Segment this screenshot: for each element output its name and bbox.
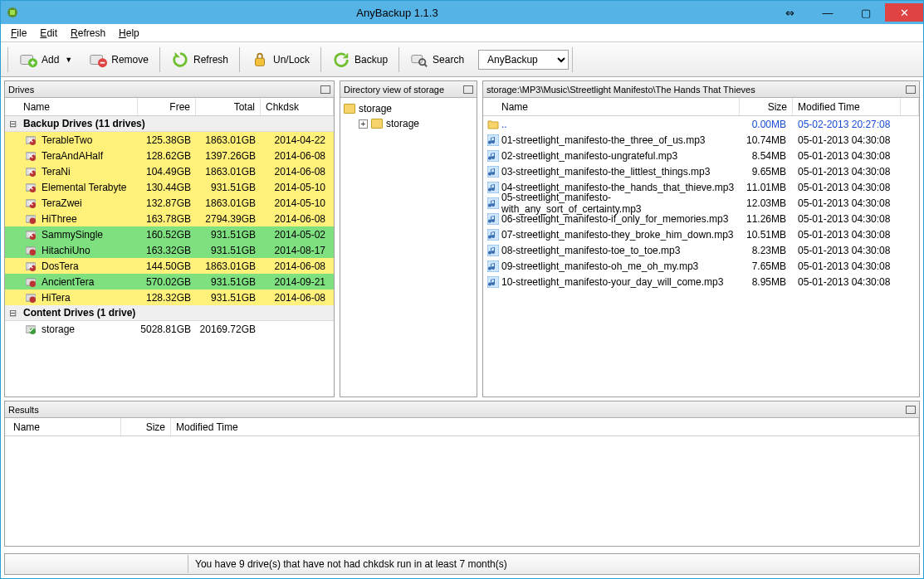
files-title: storage:\MP3\Music\Streetlight Manifesto…: [486, 85, 755, 95]
svg-rect-35: [487, 166, 499, 178]
file-row[interactable]: 09-streetlight_manifesto-oh_me_oh_my.mp3…: [483, 258, 919, 274]
parent-dir-row[interactable]: ..0.00MB05-02-2013 20:27:08: [483, 116, 919, 132]
file-row[interactable]: 02-streetlight_manifesto-ungrateful.mp38…: [483, 148, 919, 163]
drive-icon: [5, 198, 38, 208]
col-name[interactable]: Name: [5, 418, 121, 435]
svg-point-30: [30, 296, 36, 302]
col-chkdsk[interactable]: Chkdsk: [261, 98, 334, 115]
files-header: Name Size Modified Time: [483, 98, 919, 116]
drive-icon: [5, 324, 38, 334]
collapse-icon[interactable]: ⊟: [5, 308, 20, 319]
col-name[interactable]: Name: [483, 98, 740, 115]
drives-body: ⊟Backup Drives (11 drives)TerableTwo125.…: [5, 116, 334, 397]
drive-row[interactable]: HiTera128.32GB931.51GB2014-06-08: [5, 290, 334, 305]
col-size[interactable]: Size: [740, 98, 793, 115]
file-row[interactable]: 03-streetlight_manifesto-the_littlest_th…: [483, 163, 919, 179]
svg-rect-40: [487, 245, 499, 256]
menu-help[interactable]: Help: [114, 26, 144, 41]
drive-icon: [5, 167, 38, 177]
collapse-icon[interactable]: ⊟: [5, 119, 20, 129]
pane-toggle-icon[interactable]: [906, 406, 916, 414]
music-file-icon: [483, 166, 500, 178]
move-icon[interactable]: ⇔: [770, 3, 809, 22]
files-body: ..0.00MB05-02-2013 20:27:0801-streetligh…: [483, 116, 919, 397]
close-button[interactable]: ✕: [885, 3, 923, 22]
drive-row[interactable]: storage5028.81GB20169.72GB: [5, 321, 334, 337]
refresh-button[interactable]: Refresh: [164, 46, 236, 73]
music-file-icon: [483, 245, 500, 256]
maximize-button[interactable]: ▢: [847, 3, 885, 22]
file-row[interactable]: 06-streetlight_manifesto-if_only_for_mem…: [483, 211, 919, 226]
menu-refresh[interactable]: Refresh: [66, 26, 110, 41]
statusbar: You have 9 drive(s) that have not had ch…: [4, 553, 920, 575]
pane-toggle-icon[interactable]: [463, 85, 473, 94]
col-mtime[interactable]: Modified Time: [171, 418, 919, 435]
music-file-icon: [483, 213, 500, 225]
drive-row[interactable]: HitachiUno163.32GB931.51GB2014-08-17: [5, 242, 334, 258]
remove-button[interactable]: Remove: [81, 46, 156, 73]
drive-row[interactable]: Elemental Terabyte130.44GB931.51GB2014-0…: [5, 179, 334, 195]
expand-icon[interactable]: +: [359, 119, 368, 129]
search-button[interactable]: Search: [403, 46, 472, 73]
pane-toggle-icon[interactable]: [320, 85, 330, 94]
status-message: You have 9 drive(s) that have not had ch…: [188, 558, 507, 570]
tree-pane: Directory view of storage storage +stora…: [340, 80, 477, 397]
file-row[interactable]: 01-streetlight_manifesto-the_three_of_us…: [483, 132, 919, 148]
drive-row[interactable]: HiThree163.78GB2794.39GB2014-06-08: [5, 211, 334, 226]
drive-icon: [5, 182, 38, 192]
tree-node-root[interactable]: storage: [344, 101, 473, 116]
file-row[interactable]: 08-streetlight_manifesto-toe_to_toe.mp38…: [483, 242, 919, 258]
drive-group[interactable]: ⊟Backup Drives (11 drives): [5, 116, 334, 132]
pane-toggle-icon[interactable]: [906, 85, 916, 94]
drive-row[interactable]: SammySingle160.52GB931.51GB2014-05-02: [5, 226, 334, 242]
file-row[interactable]: 07-streetlight_manifesto-they_broke_him_…: [483, 226, 919, 242]
tree-node-child[interactable]: +storage: [344, 116, 473, 131]
backup-button[interactable]: Backup: [325, 46, 395, 73]
results-title: Results: [8, 405, 39, 415]
drive-row[interactable]: AncientTera570.02GB931.51GB2014-09-21: [5, 274, 334, 290]
drive-icon: [5, 135, 38, 145]
app-icon: [1, 6, 24, 19]
music-file-icon: [483, 260, 500, 272]
folder-up-icon: [483, 119, 500, 130]
drive-row[interactable]: TeraNi104.49GB1863.01GB2014-06-08: [5, 163, 334, 179]
menu-file[interactable]: FFileile: [6, 26, 32, 41]
col-free[interactable]: Free: [138, 98, 196, 115]
col-total[interactable]: Total: [196, 98, 261, 115]
profile-select[interactable]: AnyBackup: [478, 50, 569, 70]
drives-pane: Drives Name Free Total Chkdsk ⊟Backup Dr…: [4, 80, 335, 397]
minimize-button[interactable]: —: [809, 3, 847, 22]
drive-row[interactable]: TeraAndAHalf128.62GB1397.26GB2014-06-08: [5, 148, 334, 163]
col-size[interactable]: Size: [121, 418, 171, 435]
svg-point-20: [30, 217, 36, 223]
add-button[interactable]: Add ▼: [12, 46, 80, 73]
unlock-button[interactable]: Un/Lock: [243, 46, 317, 73]
drive-group[interactable]: ⊟Content Drives (1 drive): [5, 305, 334, 321]
drive-icon: [5, 214, 38, 224]
results-body: [5, 436, 919, 546]
svg-point-24: [30, 249, 36, 255]
lock-icon: [251, 51, 269, 69]
svg-rect-36: [487, 182, 499, 193]
drive-row[interactable]: DosTera144.50GB1863.01GB2014-06-08: [5, 258, 334, 274]
drives-title: Drives: [8, 85, 34, 95]
file-row[interactable]: 10-streetlight_manifesto-your_day_will_c…: [483, 274, 919, 290]
music-file-icon: [483, 134, 500, 146]
svg-rect-42: [487, 276, 499, 288]
drive-icon: [5, 230, 38, 240]
remove-icon: [89, 51, 107, 69]
file-row[interactable]: 05-streetlight_manifesto-with_any_sort_o…: [483, 195, 919, 211]
svg-rect-39: [487, 229, 499, 241]
svg-rect-38: [487, 213, 499, 225]
svg-rect-41: [487, 260, 499, 272]
menu-edit[interactable]: Edit: [35, 26, 62, 41]
drive-row[interactable]: TeraZwei132.87GB1863.01GB2014-05-10: [5, 195, 334, 211]
tree-title: Directory view of storage: [344, 85, 444, 95]
music-file-icon: [483, 229, 500, 241]
svg-rect-34: [487, 150, 499, 162]
col-mtime[interactable]: Modified Time: [793, 98, 901, 115]
files-pane: storage:\MP3\Music\Streetlight Manifesto…: [482, 80, 920, 397]
menubar: FFileile Edit Refresh Help: [1, 24, 923, 42]
col-name[interactable]: Name: [5, 98, 138, 115]
drive-row[interactable]: TerableTwo125.38GB1863.01GB2014-04-22: [5, 132, 334, 148]
